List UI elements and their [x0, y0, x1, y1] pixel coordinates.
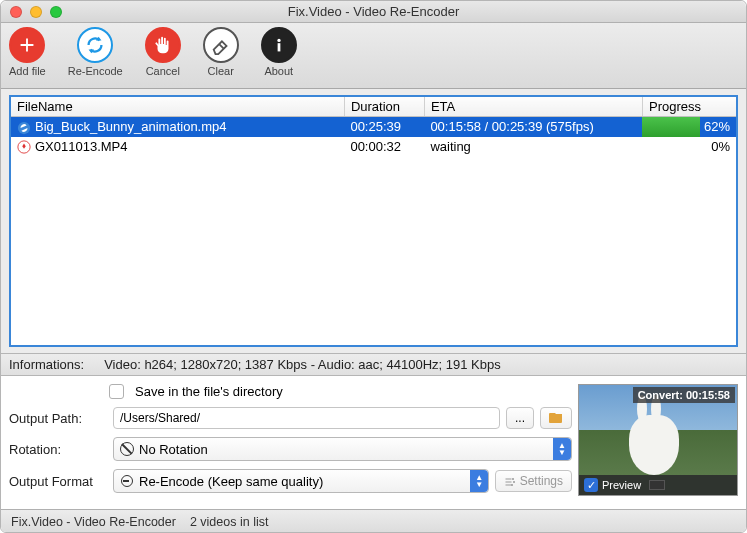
output-format-label: Output Format: [9, 474, 107, 489]
minimize-window-button[interactable]: [30, 6, 42, 18]
preview-label: Preview: [602, 479, 641, 491]
col-eta[interactable]: ETA: [424, 96, 642, 117]
duration: 00:25:39: [344, 117, 424, 137]
svg-point-6: [511, 484, 513, 486]
toolbar: Add file Re-Encode Cancel Clear About: [1, 23, 746, 89]
about-button[interactable]: About: [261, 27, 297, 86]
progress-cell: 0%: [642, 137, 737, 157]
chevron-updown-icon: ▲▼: [470, 470, 488, 492]
file-table[interactable]: FileName Duration ETA Progress Big_Buck_…: [9, 95, 738, 347]
zoom-window-button[interactable]: [50, 6, 62, 18]
col-progress[interactable]: Progress: [642, 96, 737, 117]
info-label: Informations:: [9, 357, 84, 372]
titlebar: Fix.Video - Video Re-Encoder: [1, 1, 746, 23]
preview-checkbox[interactable]: ✓: [584, 478, 598, 492]
empty-space: [10, 156, 737, 346]
preview-size-toggle[interactable]: [649, 480, 665, 490]
settings-form: Save in the file's directory Output Path…: [9, 384, 572, 501]
save-in-dir-label: Save in the file's directory: [135, 384, 283, 399]
status-app: Fix.Video - Video Re-Encoder: [11, 515, 176, 529]
no-rotation-icon: [120, 442, 134, 456]
save-in-dir-checkbox[interactable]: [109, 384, 124, 399]
cancel-button[interactable]: Cancel: [145, 27, 181, 86]
preview-time: Convert: 00:15:58: [633, 387, 735, 403]
filename: Big_Buck_Bunny_animation.mp4: [35, 119, 227, 134]
svg-point-0: [277, 39, 280, 42]
output-path-label: Output Path:: [9, 411, 107, 426]
filename: GX011013.MP4: [35, 139, 128, 154]
info-bar: Informations: Video: h264; 1280x720; 138…: [1, 353, 746, 376]
svg-point-4: [512, 478, 514, 480]
duration: 00:00:32: [344, 137, 424, 157]
status-bar: Fix.Video - Video Re-Encoder 2 videos in…: [1, 509, 746, 533]
eraser-icon: [203, 27, 239, 63]
col-filename[interactable]: FileName: [10, 96, 344, 117]
window-title: Fix.Video - Video Re-Encoder: [1, 4, 746, 19]
svg-point-5: [513, 481, 515, 483]
open-folder-button[interactable]: [540, 407, 572, 429]
output-path-input[interactable]: [113, 407, 500, 429]
clear-button[interactable]: Clear: [203, 27, 239, 86]
preview-panel: Convert: 00:15:58 ✓ Preview: [578, 384, 738, 496]
status-count: 2 videos in list: [190, 515, 269, 529]
svg-rect-1: [277, 43, 280, 51]
output-format-select[interactable]: Re-Encode (Keep same quality) ▲▼: [113, 469, 489, 493]
file-icon: [17, 121, 31, 135]
browse-button[interactable]: ...: [506, 407, 534, 429]
col-duration[interactable]: Duration: [344, 96, 424, 117]
table-row[interactable]: GX011013.MP4 00:00:32 waiting 0%: [10, 137, 737, 157]
eta: 00:15:58 / 00:25:39 (575fps): [424, 117, 642, 137]
re-encode-button[interactable]: Re-Encode: [68, 27, 123, 86]
encode-icon: [120, 474, 134, 488]
settings-button[interactable]: Settings: [495, 470, 572, 492]
table-row[interactable]: Big_Buck_Bunny_animation.mp4 00:25:39 00…: [10, 117, 737, 137]
file-list-panel: FileName Duration ETA Progress Big_Buck_…: [1, 89, 746, 353]
chevron-updown-icon: ▲▼: [553, 438, 571, 460]
plus-icon: [9, 27, 45, 63]
add-file-button[interactable]: Add file: [9, 27, 46, 86]
info-text: Video: h264; 1280x720; 1387 Kbps - Audio…: [104, 357, 501, 372]
refresh-icon: [77, 27, 113, 63]
svg-point-2: [18, 121, 30, 133]
hand-stop-icon: [145, 27, 181, 63]
rotation-select[interactable]: No Rotation ▲▼: [113, 437, 572, 461]
progress-cell: 62%: [642, 117, 737, 137]
file-icon: [17, 140, 31, 154]
info-icon: [261, 27, 297, 63]
rotation-label: Rotation:: [9, 442, 107, 457]
close-window-button[interactable]: [10, 6, 22, 18]
eta: waiting: [424, 137, 642, 157]
